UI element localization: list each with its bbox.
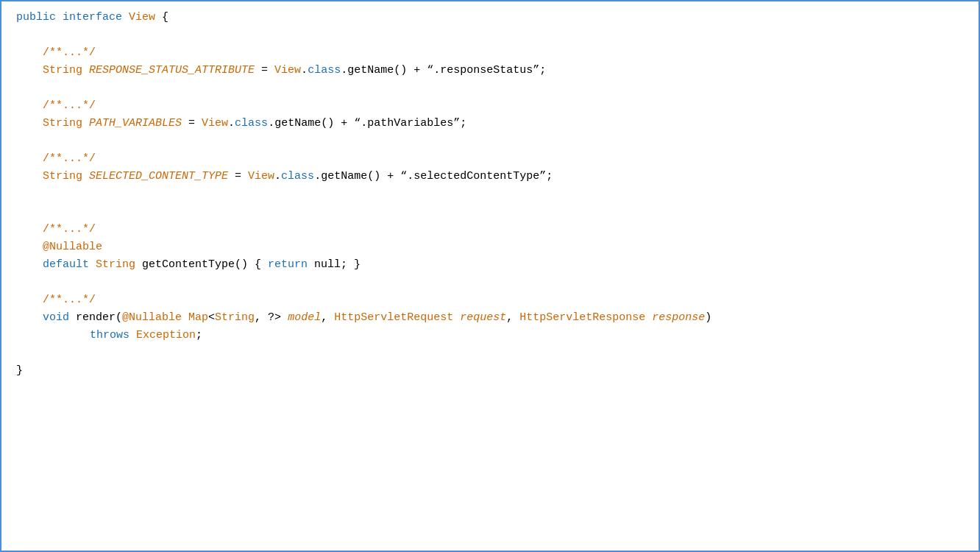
kw-class-1: class [308,62,341,79]
blank-line-2 [1,79,979,97]
quote-close-3: ” [539,168,546,185]
kw-class-3: class [281,168,314,185]
type-string-1: String [43,62,89,79]
assign-3: = [228,168,248,185]
method-getcontent: getContentType() { [142,256,268,274]
param-response: response [652,309,705,327]
code-line-1: public interface View { [1,9,979,26]
annotation-nullable-1: @Nullable [43,238,102,256]
code-line-3: String RESPONSE_STATUS_ATTRIBUTE = View.… [1,62,979,79]
type-string-2: String [43,115,89,132]
assign-1: = [255,62,274,79]
param-request: request [460,309,506,327]
javadoc-4: /**...*/ [43,221,96,238]
type-httpservletreq: HttpServletRequest [334,309,460,327]
indent-6 [16,168,43,185]
semi-throws: ; [196,327,202,344]
quote-close-1: ” [533,62,539,79]
comment-line-5: /**...*/ [1,291,979,309]
comma-2: , [506,309,519,327]
indent-8 [16,238,43,256]
param-model: model [288,309,321,327]
string-val-3: .selectedContentType [407,168,539,185]
quote-close-2: ” [453,115,460,132]
type-string-5: String [215,309,255,327]
paren-close: ) [705,309,711,327]
comment-line-1: /**...*/ [1,44,979,62]
keyword-interface: interface [63,9,129,26]
kw-default: default [43,256,96,274]
indent-11 [16,309,43,327]
type-string-3: String [43,168,89,185]
method-render: render( [76,309,122,327]
kw-void: void [43,309,76,327]
indent-10 [16,291,43,309]
indent-throws [37,327,90,344]
javadoc-5: /**...*/ [43,291,96,309]
indent-2 [16,62,43,79]
annotation-nullable-2: @Nullable [122,309,188,327]
comment-line-3: /**...*/ [1,150,979,168]
blank-line-1 [1,26,979,44]
javadoc-1: /**...*/ [43,44,96,62]
generic-open: < [208,309,215,327]
dot-class-3: . [274,168,281,185]
kw-throws: throws [90,327,136,344]
code-line-getcontent: default String getContentType() { return… [1,256,979,274]
dot-get-3: .getName() + [314,168,400,185]
class-name-view: View [129,9,155,26]
blank-line-7 [1,344,979,362]
blank-line-4 [1,185,979,203]
indent-3 [16,97,43,115]
ref-view-1: View [274,62,301,79]
dot-class-2: . [228,115,235,132]
javadoc-3: /**...*/ [43,150,96,168]
code-viewer: public interface View { /**...*/ String … [0,0,980,552]
string-val-1: .responseStatus [433,62,533,79]
kw-return: return [268,256,308,274]
semi-3: ; [546,168,553,185]
comment-line-2: /**...*/ [1,97,979,115]
const-response-status: RESPONSE_STATUS_ATTRIBUTE [89,62,255,79]
code-line-throws: throws Exception; [1,327,979,344]
code-line-close: } [1,362,979,380]
code-line-render: void render(@Nullable Map<String, ?> mod… [1,309,979,327]
dot-class-1: . [301,62,308,79]
blank-line-6 [1,274,979,291]
blank-line-5 [1,203,979,221]
ref-view-2: View [202,115,228,132]
assign-2: = [182,115,202,132]
semi-1: ; [539,62,546,79]
brace-close: } [16,362,23,380]
semi-2: ; [460,115,466,132]
code-line-nullable: @Nullable [1,238,979,256]
blank-line-3 [1,132,979,150]
quote-open-3: “ [400,168,407,185]
indent-1 [16,44,43,62]
indent-7 [16,221,43,238]
code-line-5: String PATH_VARIABLES = View.class.getNa… [1,115,979,132]
indent-4 [16,115,43,132]
keyword-public: public [16,9,63,26]
indent-9 [16,256,43,274]
ref-view-3: View [248,168,274,185]
quote-open-2: “ [354,115,361,132]
type-string-4: String [96,256,142,274]
indent-5 [16,150,43,168]
comma-1: , [321,309,334,327]
quote-open-1: “ [427,62,433,79]
generic-q: , ?> [255,309,288,327]
dot-get-1: .getName() + [341,62,427,79]
kw-class-2: class [235,115,268,132]
null-val: null; } [308,256,361,274]
type-exception: Exception [136,327,196,344]
type-httpservletresp: HttpServletResponse [519,309,652,327]
brace-open: { [155,9,168,26]
const-selected-content-type: SELECTED_CONTENT_TYPE [89,168,228,185]
dot-get-2: .getName() + [268,115,354,132]
javadoc-2: /**...*/ [43,97,96,115]
string-val-2: .pathVariables [361,115,453,132]
comment-line-4: /**...*/ [1,221,979,238]
const-path-variables: PATH_VARIABLES [89,115,182,132]
type-map: Map [188,309,208,327]
